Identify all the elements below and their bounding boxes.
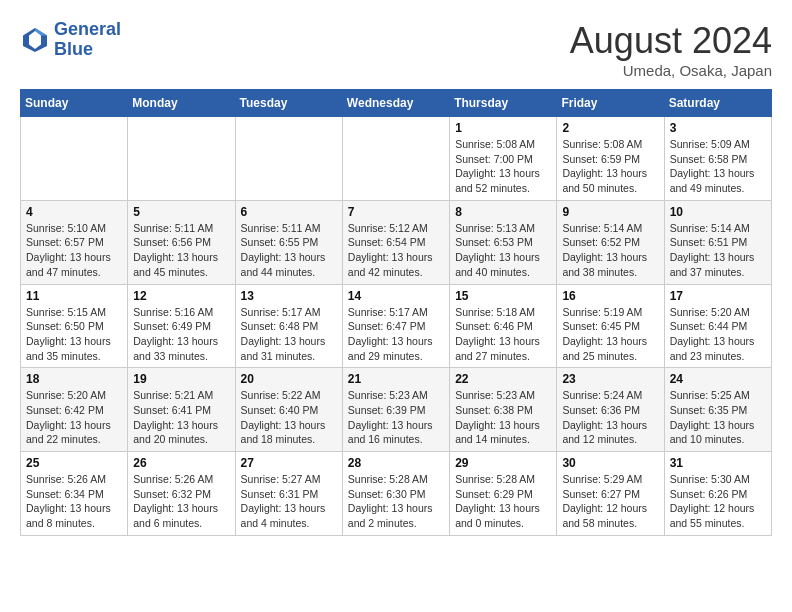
weekday-header-thursday: Thursday: [450, 90, 557, 117]
day-number: 12: [133, 289, 229, 303]
calendar-cell: 5Sunrise: 5:11 AM Sunset: 6:56 PM Daylig…: [128, 200, 235, 284]
logo-icon: [20, 25, 50, 55]
calendar-cell: [128, 117, 235, 201]
day-info: Sunrise: 5:11 AM Sunset: 6:55 PM Dayligh…: [241, 221, 337, 280]
weekday-header-friday: Friday: [557, 90, 664, 117]
day-number: 6: [241, 205, 337, 219]
calendar-cell: 29Sunrise: 5:28 AM Sunset: 6:29 PM Dayli…: [450, 452, 557, 536]
location: Umeda, Osaka, Japan: [570, 62, 772, 79]
calendar-cell: 12Sunrise: 5:16 AM Sunset: 6:49 PM Dayli…: [128, 284, 235, 368]
day-number: 13: [241, 289, 337, 303]
weekday-header-tuesday: Tuesday: [235, 90, 342, 117]
day-number: 5: [133, 205, 229, 219]
day-info: Sunrise: 5:19 AM Sunset: 6:45 PM Dayligh…: [562, 305, 658, 364]
calendar-cell: 21Sunrise: 5:23 AM Sunset: 6:39 PM Dayli…: [342, 368, 449, 452]
calendar-cell: 13Sunrise: 5:17 AM Sunset: 6:48 PM Dayli…: [235, 284, 342, 368]
calendar-table: SundayMondayTuesdayWednesdayThursdayFrid…: [20, 89, 772, 536]
day-info: Sunrise: 5:18 AM Sunset: 6:46 PM Dayligh…: [455, 305, 551, 364]
title-block: August 2024 Umeda, Osaka, Japan: [570, 20, 772, 79]
calendar-cell: 17Sunrise: 5:20 AM Sunset: 6:44 PM Dayli…: [664, 284, 771, 368]
day-number: 22: [455, 372, 551, 386]
day-number: 14: [348, 289, 444, 303]
weekday-header-sunday: Sunday: [21, 90, 128, 117]
calendar-cell: 8Sunrise: 5:13 AM Sunset: 6:53 PM Daylig…: [450, 200, 557, 284]
day-info: Sunrise: 5:12 AM Sunset: 6:54 PM Dayligh…: [348, 221, 444, 280]
calendar-cell: 7Sunrise: 5:12 AM Sunset: 6:54 PM Daylig…: [342, 200, 449, 284]
calendar-cell: 14Sunrise: 5:17 AM Sunset: 6:47 PM Dayli…: [342, 284, 449, 368]
day-info: Sunrise: 5:21 AM Sunset: 6:41 PM Dayligh…: [133, 388, 229, 447]
page-header: General Blue August 2024 Umeda, Osaka, J…: [20, 20, 772, 79]
weekday-header-monday: Monday: [128, 90, 235, 117]
day-info: Sunrise: 5:22 AM Sunset: 6:40 PM Dayligh…: [241, 388, 337, 447]
day-info: Sunrise: 5:17 AM Sunset: 6:47 PM Dayligh…: [348, 305, 444, 364]
calendar-cell: 31Sunrise: 5:30 AM Sunset: 6:26 PM Dayli…: [664, 452, 771, 536]
day-number: 9: [562, 205, 658, 219]
calendar-cell: 20Sunrise: 5:22 AM Sunset: 6:40 PM Dayli…: [235, 368, 342, 452]
calendar-cell: 2Sunrise: 5:08 AM Sunset: 6:59 PM Daylig…: [557, 117, 664, 201]
calendar-cell: 18Sunrise: 5:20 AM Sunset: 6:42 PM Dayli…: [21, 368, 128, 452]
logo: General Blue: [20, 20, 121, 60]
calendar-cell: 6Sunrise: 5:11 AM Sunset: 6:55 PM Daylig…: [235, 200, 342, 284]
calendar-cell: 24Sunrise: 5:25 AM Sunset: 6:35 PM Dayli…: [664, 368, 771, 452]
day-number: 26: [133, 456, 229, 470]
day-info: Sunrise: 5:08 AM Sunset: 7:00 PM Dayligh…: [455, 137, 551, 196]
day-info: Sunrise: 5:09 AM Sunset: 6:58 PM Dayligh…: [670, 137, 766, 196]
calendar-cell: 1Sunrise: 5:08 AM Sunset: 7:00 PM Daylig…: [450, 117, 557, 201]
day-number: 3: [670, 121, 766, 135]
day-number: 25: [26, 456, 122, 470]
day-number: 4: [26, 205, 122, 219]
logo-text: General Blue: [54, 20, 121, 60]
day-info: Sunrise: 5:23 AM Sunset: 6:39 PM Dayligh…: [348, 388, 444, 447]
calendar-cell: 26Sunrise: 5:26 AM Sunset: 6:32 PM Dayli…: [128, 452, 235, 536]
calendar-cell: 3Sunrise: 5:09 AM Sunset: 6:58 PM Daylig…: [664, 117, 771, 201]
day-number: 21: [348, 372, 444, 386]
calendar-cell: 25Sunrise: 5:26 AM Sunset: 6:34 PM Dayli…: [21, 452, 128, 536]
calendar-cell: 19Sunrise: 5:21 AM Sunset: 6:41 PM Dayli…: [128, 368, 235, 452]
calendar-cell: 30Sunrise: 5:29 AM Sunset: 6:27 PM Dayli…: [557, 452, 664, 536]
day-info: Sunrise: 5:16 AM Sunset: 6:49 PM Dayligh…: [133, 305, 229, 364]
day-number: 1: [455, 121, 551, 135]
day-number: 28: [348, 456, 444, 470]
calendar-cell: 27Sunrise: 5:27 AM Sunset: 6:31 PM Dayli…: [235, 452, 342, 536]
day-info: Sunrise: 5:10 AM Sunset: 6:57 PM Dayligh…: [26, 221, 122, 280]
day-info: Sunrise: 5:26 AM Sunset: 6:32 PM Dayligh…: [133, 472, 229, 531]
day-number: 10: [670, 205, 766, 219]
day-info: Sunrise: 5:28 AM Sunset: 6:30 PM Dayligh…: [348, 472, 444, 531]
day-number: 16: [562, 289, 658, 303]
day-number: 23: [562, 372, 658, 386]
calendar-cell: 9Sunrise: 5:14 AM Sunset: 6:52 PM Daylig…: [557, 200, 664, 284]
day-info: Sunrise: 5:26 AM Sunset: 6:34 PM Dayligh…: [26, 472, 122, 531]
day-info: Sunrise: 5:14 AM Sunset: 6:51 PM Dayligh…: [670, 221, 766, 280]
day-number: 8: [455, 205, 551, 219]
calendar-cell: 22Sunrise: 5:23 AM Sunset: 6:38 PM Dayli…: [450, 368, 557, 452]
calendar-cell: 10Sunrise: 5:14 AM Sunset: 6:51 PM Dayli…: [664, 200, 771, 284]
day-info: Sunrise: 5:11 AM Sunset: 6:56 PM Dayligh…: [133, 221, 229, 280]
day-number: 11: [26, 289, 122, 303]
day-info: Sunrise: 5:27 AM Sunset: 6:31 PM Dayligh…: [241, 472, 337, 531]
day-info: Sunrise: 5:13 AM Sunset: 6:53 PM Dayligh…: [455, 221, 551, 280]
day-number: 7: [348, 205, 444, 219]
calendar-cell: 15Sunrise: 5:18 AM Sunset: 6:46 PM Dayli…: [450, 284, 557, 368]
day-number: 19: [133, 372, 229, 386]
day-number: 27: [241, 456, 337, 470]
day-info: Sunrise: 5:20 AM Sunset: 6:42 PM Dayligh…: [26, 388, 122, 447]
day-info: Sunrise: 5:30 AM Sunset: 6:26 PM Dayligh…: [670, 472, 766, 531]
day-info: Sunrise: 5:08 AM Sunset: 6:59 PM Dayligh…: [562, 137, 658, 196]
day-number: 15: [455, 289, 551, 303]
day-number: 2: [562, 121, 658, 135]
calendar-cell: [235, 117, 342, 201]
day-info: Sunrise: 5:28 AM Sunset: 6:29 PM Dayligh…: [455, 472, 551, 531]
day-number: 18: [26, 372, 122, 386]
calendar-cell: 11Sunrise: 5:15 AM Sunset: 6:50 PM Dayli…: [21, 284, 128, 368]
calendar-cell: 28Sunrise: 5:28 AM Sunset: 6:30 PM Dayli…: [342, 452, 449, 536]
weekday-header-wednesday: Wednesday: [342, 90, 449, 117]
day-info: Sunrise: 5:24 AM Sunset: 6:36 PM Dayligh…: [562, 388, 658, 447]
calendar-cell: [21, 117, 128, 201]
day-info: Sunrise: 5:23 AM Sunset: 6:38 PM Dayligh…: [455, 388, 551, 447]
month-year: August 2024: [570, 20, 772, 62]
day-number: 29: [455, 456, 551, 470]
calendar-cell: [342, 117, 449, 201]
calendar-cell: 23Sunrise: 5:24 AM Sunset: 6:36 PM Dayli…: [557, 368, 664, 452]
day-info: Sunrise: 5:29 AM Sunset: 6:27 PM Dayligh…: [562, 472, 658, 531]
day-info: Sunrise: 5:14 AM Sunset: 6:52 PM Dayligh…: [562, 221, 658, 280]
